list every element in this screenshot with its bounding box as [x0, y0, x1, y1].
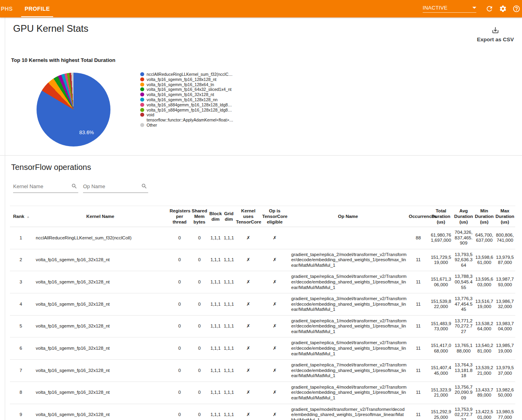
avg-duration-cell: 704,326,837,465.909 [453, 227, 474, 249]
legend-swatch-icon [140, 87, 144, 91]
rank-cell: 3 [10, 271, 32, 293]
help-icon[interactable] [512, 4, 521, 13]
block-dim-cell: 1,1,1 [209, 381, 222, 404]
column-header-op_name[interactable]: Op Name [288, 206, 408, 227]
uses-tensorcore-cell: ✗ [235, 315, 261, 337]
kernel-name-cell: volta_fp16_sgemm_fp16_32x128_nt [32, 381, 169, 404]
search-icon [141, 183, 147, 191]
tab-graphs-partial[interactable]: PHS [0, 0, 16, 17]
page-title: GPU Kernel Stats [13, 23, 88, 34]
avg-duration-cell: 13,776,347,454.545 [453, 293, 474, 316]
column-header-registers_per_thread[interactable]: Registers per thread [169, 206, 190, 227]
top-app-bar: PHS PROFILE INACTIVE [0, 0, 522, 17]
max-duration-cell: 13,985,719,000 [495, 337, 515, 360]
legend-label: volta_fp16_s884gemm_fp16_128x128_ldg8… [147, 108, 238, 113]
column-header-grid_dim[interactable]: Grid dim [222, 206, 235, 227]
column-header-min_duration_us[interactable]: Min Duration (us) [474, 206, 495, 227]
legend-item: volta_fp16_sgemm_fp16_128x128_nt [140, 77, 240, 82]
avg-duration-cell: 13,771,270,272.727 [453, 315, 474, 337]
column-header-kernel_name[interactable]: Kernel Name [32, 206, 169, 227]
tab-profile[interactable]: PROFILE [21, 0, 53, 17]
run-selector-dropdown[interactable]: INACTIVE [423, 5, 476, 13]
shared-mem-cell: 0 [190, 227, 209, 249]
occurrences-cell: 11 [408, 404, 429, 420]
kernel-name-cell: volta_fp16_sgemm_fp16_32x128_nt [32, 271, 169, 293]
occurrences-cell: 11 [408, 360, 429, 382]
uses-tensorcore-cell: ✗ [235, 404, 261, 420]
column-header-avg_duration_us[interactable]: Avg Duration (us) [453, 206, 474, 227]
kernel-name-input[interactable] [13, 182, 69, 193]
column-header-block_dim[interactable]: Block dim [209, 206, 222, 227]
min-duration-cell: 13,539,221,000 [474, 360, 495, 382]
legend-label: void tensorflow::functor::ApplyAdamKerne… [147, 112, 238, 123]
kernel-name-cell: volta_fp16_sgemm_fp16_32x128_nt [32, 404, 169, 420]
tensorcore-eligible-cell: ✗ [261, 293, 288, 316]
grid-dim-cell: 1,1,1 [222, 404, 235, 420]
op-name-filter [83, 182, 148, 193]
block-dim-cell: 1,1,1 [209, 227, 222, 249]
legend-item: ncclAllReduceRingLLKernel_sum_f32(ncclC… [140, 72, 240, 77]
total-duration-cell: 151,539,822,000 [429, 293, 453, 316]
column-header-occurrences[interactable]: Occurrences [408, 206, 429, 227]
pie-chart-legend: ncclAllReduceRingLLKernel_sum_f32(ncclC…… [140, 72, 240, 128]
uses-tensorcore-cell: ✗ [235, 360, 261, 382]
legend-label: volta_fp16_sgemm_fp16_32x128_nt [147, 92, 238, 97]
registers-cell: 0 [169, 337, 190, 360]
column-header-rank[interactable]: Rank▲ [10, 206, 32, 227]
tensorcore-eligible-cell: ✗ [261, 381, 288, 404]
grid-dim-cell: 1,1,1 [222, 360, 235, 382]
min-duration-cell: 13,595,603,000 [474, 271, 495, 293]
uses-tensorcore-cell: ✗ [235, 271, 261, 293]
pie-slice-label: 83.6% [79, 129, 94, 135]
legend-item: volta_fp16_s884gemm_fp16_128x128_ldg8… [140, 108, 240, 113]
sort-ascending-icon: ▲ [26, 215, 30, 219]
op-name-cell: gradient_tape/replica_3/model/transforme… [288, 293, 408, 316]
total-duration-cell: 151,483,973,000 [429, 315, 453, 337]
registers-cell: 0 [169, 315, 190, 337]
column-header-total_duration_us[interactable]: Total Duration (us) [429, 206, 453, 227]
occurrences-cell: 11 [408, 293, 429, 316]
block-dim-cell: 1,1,1 [209, 337, 222, 360]
occurrences-cell: 88 [408, 227, 429, 249]
kernel-name-cell: volta_fp16_sgemm_fp16_32x128_nt [32, 249, 169, 271]
total-duration-cell: 151,671,306,000 [429, 271, 453, 293]
uses-tensorcore-cell: ✗ [235, 381, 261, 404]
gear-icon[interactable] [498, 4, 508, 13]
column-header-max_duration_us[interactable]: Max Duration (us) [495, 206, 515, 227]
legend-item: volta_fp16_sgemm_fp16_64x32_sliced1x4_nt [140, 87, 240, 92]
shared-mem-cell: 0 [190, 337, 209, 360]
column-header-op_is_tensorcore_eligible[interactable]: Op is TensorCore eligible [261, 206, 288, 227]
table-row: 7volta_fp16_sgemm_fp16_32x128_nt001,1,11… [10, 360, 515, 382]
column-header-shared_mem_bytes[interactable]: Shared Mem bytes [190, 206, 209, 227]
download-icon [491, 29, 499, 35]
avg-duration-cell: 13,756,720,090.909 [453, 381, 474, 404]
column-header-kernel_uses_tensorcore[interactable]: Kernel uses TensorCore [235, 206, 261, 227]
avg-duration-cell: 13,753,902,272.727 [453, 404, 474, 420]
rank-cell: 7 [10, 360, 32, 382]
op-name-cell: gradient_tape/replica_5/model/transforme… [288, 271, 408, 293]
kernel-name-cell: ncclAllReduceRingLLKernel_sum_f32(ncclCo… [32, 227, 169, 249]
shared-mem-cell: 0 [190, 381, 209, 404]
refresh-icon[interactable] [485, 4, 494, 13]
uses-tensorcore-cell: ✗ [235, 227, 261, 249]
min-duration-cell: 13,540,281,000 [474, 337, 495, 360]
table-row: 3volta_fp16_sgemm_fp16_32x128_nt001,1,11… [10, 271, 515, 293]
section-divider [0, 155, 522, 156]
total-duration-cell: 151,323,921,000 [429, 381, 453, 404]
shared-mem-cell: 0 [190, 293, 209, 316]
chevron-down-icon [472, 7, 476, 9]
table-row: 2volta_fp16_sgemm_fp16_32x128_nt001,1,11… [10, 249, 515, 271]
kernel-duration-pie-chart[interactable]: 83.6% [37, 73, 110, 146]
table-filters [13, 182, 153, 193]
min-duration-cell: 13,433,789,000 [474, 381, 495, 404]
registers-cell: 0 [169, 271, 190, 293]
table-row: 4volta_fp16_sgemm_fp16_32x128_nt001,1,11… [10, 293, 515, 316]
export-csv-button[interactable]: Export as CSV [476, 26, 514, 42]
op-name-input[interactable] [83, 182, 139, 193]
op-name-cell: gradient_tape/replica_2/model/transforme… [288, 249, 408, 271]
legend-swatch-icon [140, 123, 144, 127]
uses-tensorcore-cell: ✗ [235, 293, 261, 316]
legend-label: volta_fp16_sgemm_fp16_128x128_nt [147, 77, 238, 82]
export-csv-label: Export as CSV [476, 37, 514, 42]
tensorcore-eligible-cell: ✗ [261, 249, 288, 271]
